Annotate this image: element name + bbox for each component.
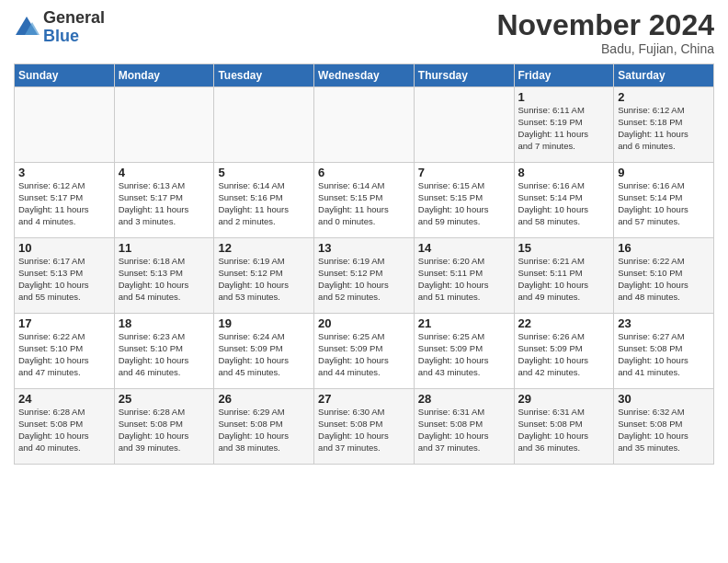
day-number: 24 [18,392,110,406]
day-info: Sunrise: 6:31 AM Sunset: 5:08 PM Dayligh… [418,407,510,454]
calendar-cell: 28Sunrise: 6:31 AM Sunset: 5:08 PM Dayli… [414,389,514,465]
calendar-cell: 11Sunrise: 6:18 AM Sunset: 5:13 PM Dayli… [114,238,214,314]
day-number: 2 [618,90,710,104]
day-number: 10 [18,241,110,255]
day-info: Sunrise: 6:14 AM Sunset: 5:16 PM Dayligh… [218,180,310,227]
day-info: Sunrise: 6:16 AM Sunset: 5:14 PM Dayligh… [518,180,610,227]
calendar-cell: 18Sunrise: 6:23 AM Sunset: 5:10 PM Dayli… [114,314,214,389]
day-number: 14 [418,241,510,255]
calendar-cell: 23Sunrise: 6:27 AM Sunset: 5:08 PM Dayli… [614,314,714,389]
calendar-cell [114,87,214,163]
logo-text: General Blue [43,9,105,46]
calendar-cell: 10Sunrise: 6:17 AM Sunset: 5:13 PM Dayli… [15,238,115,314]
calendar-cell: 7Sunrise: 6:15 AM Sunset: 5:15 PM Daylig… [414,163,514,238]
day-number: 13 [318,241,410,255]
header-sunday: Sunday [15,64,115,87]
day-info: Sunrise: 6:27 AM Sunset: 5:08 PM Dayligh… [618,331,710,378]
day-number: 5 [218,166,310,179]
calendar-cell: 30Sunrise: 6:32 AM Sunset: 5:08 PM Dayli… [614,389,714,465]
calendar-cell: 2Sunrise: 6:12 AM Sunset: 5:18 PM Daylig… [614,87,714,163]
calendar-cell [214,87,314,163]
calendar-cell: 29Sunrise: 6:31 AM Sunset: 5:08 PM Dayli… [514,389,614,465]
day-number: 26 [218,392,310,406]
day-info: Sunrise: 6:19 AM Sunset: 5:12 PM Dayligh… [318,256,410,303]
day-number: 12 [218,241,310,255]
header-saturday: Saturday [614,64,714,87]
day-number: 7 [418,166,510,179]
calendar-week-4: 17Sunrise: 6:22 AM Sunset: 5:10 PM Dayli… [15,314,714,389]
day-info: Sunrise: 6:13 AM Sunset: 5:17 PM Dayligh… [119,180,210,227]
day-info: Sunrise: 6:28 AM Sunset: 5:08 PM Dayligh… [18,407,110,454]
calendar-cell: 22Sunrise: 6:26 AM Sunset: 5:09 PM Dayli… [514,314,614,389]
title-area: November 2024 Badu, Fujian, China [496,9,714,56]
day-info: Sunrise: 6:18 AM Sunset: 5:13 PM Dayligh… [119,256,210,303]
day-info: Sunrise: 6:29 AM Sunset: 5:08 PM Dayligh… [218,407,310,454]
calendar-header-row: SundayMondayTuesdayWednesdayThursdayFrid… [15,64,714,87]
day-info: Sunrise: 6:32 AM Sunset: 5:08 PM Dayligh… [618,407,710,454]
day-number: 8 [518,166,610,179]
day-info: Sunrise: 6:21 AM Sunset: 5:11 PM Dayligh… [518,256,610,303]
day-number: 1 [518,90,610,104]
calendar-table: SundayMondayTuesdayWednesdayThursdayFrid… [14,63,714,465]
calendar-cell: 14Sunrise: 6:20 AM Sunset: 5:11 PM Dayli… [414,238,514,314]
day-number: 21 [418,316,510,330]
calendar-cell: 6Sunrise: 6:14 AM Sunset: 5:15 PM Daylig… [314,163,415,238]
calendar-cell: 12Sunrise: 6:19 AM Sunset: 5:12 PM Dayli… [214,238,314,314]
calendar-week-2: 3Sunrise: 6:12 AM Sunset: 5:17 PM Daylig… [15,163,714,238]
day-info: Sunrise: 6:31 AM Sunset: 5:08 PM Dayligh… [518,407,610,454]
day-info: Sunrise: 6:25 AM Sunset: 5:09 PM Dayligh… [418,331,510,378]
day-number: 22 [518,316,610,330]
logo-blue: Blue [43,28,105,46]
calendar-cell: 9Sunrise: 6:16 AM Sunset: 5:14 PM Daylig… [614,163,714,238]
day-number: 17 [18,316,110,330]
calendar-cell: 1Sunrise: 6:11 AM Sunset: 5:19 PM Daylig… [514,87,614,163]
calendar-cell: 16Sunrise: 6:22 AM Sunset: 5:10 PM Dayli… [614,238,714,314]
calendar-cell: 26Sunrise: 6:29 AM Sunset: 5:08 PM Dayli… [214,389,314,465]
day-number: 15 [518,241,610,255]
header-tuesday: Tuesday [214,64,314,87]
calendar-cell: 15Sunrise: 6:21 AM Sunset: 5:11 PM Dayli… [514,238,614,314]
day-info: Sunrise: 6:20 AM Sunset: 5:11 PM Dayligh… [418,256,510,303]
calendar-week-1: 1Sunrise: 6:11 AM Sunset: 5:19 PM Daylig… [15,87,714,163]
header: General Blue November 2024 Badu, Fujian,… [14,9,714,56]
day-number: 18 [119,316,210,330]
day-info: Sunrise: 6:30 AM Sunset: 5:08 PM Dayligh… [318,407,410,454]
calendar-cell: 3Sunrise: 6:12 AM Sunset: 5:17 PM Daylig… [15,163,115,238]
calendar-week-3: 10Sunrise: 6:17 AM Sunset: 5:13 PM Dayli… [15,238,714,314]
location: Badu, Fujian, China [496,41,714,56]
calendar-cell: 25Sunrise: 6:28 AM Sunset: 5:08 PM Dayli… [114,389,214,465]
day-number: 29 [518,392,610,406]
month-title: November 2024 [496,9,714,41]
day-number: 3 [18,166,110,179]
header-friday: Friday [514,64,614,87]
day-number: 30 [618,392,710,406]
page-container: General Blue November 2024 Badu, Fujian,… [0,0,728,469]
calendar-cell: 27Sunrise: 6:30 AM Sunset: 5:08 PM Dayli… [314,389,415,465]
logo: General Blue [14,9,105,46]
calendar-cell: 19Sunrise: 6:24 AM Sunset: 5:09 PM Dayli… [214,314,314,389]
header-thursday: Thursday [414,64,514,87]
calendar-cell [314,87,415,163]
day-info: Sunrise: 6:22 AM Sunset: 5:10 PM Dayligh… [18,331,110,378]
header-monday: Monday [114,64,214,87]
calendar-cell: 4Sunrise: 6:13 AM Sunset: 5:17 PM Daylig… [114,163,214,238]
day-info: Sunrise: 6:25 AM Sunset: 5:09 PM Dayligh… [318,331,410,378]
calendar-cell: 24Sunrise: 6:28 AM Sunset: 5:08 PM Dayli… [15,389,115,465]
day-info: Sunrise: 6:16 AM Sunset: 5:14 PM Dayligh… [618,180,710,227]
day-number: 11 [119,241,210,255]
day-info: Sunrise: 6:14 AM Sunset: 5:15 PM Dayligh… [318,180,410,227]
header-wednesday: Wednesday [314,64,415,87]
calendar-cell: 5Sunrise: 6:14 AM Sunset: 5:16 PM Daylig… [214,163,314,238]
calendar-cell: 21Sunrise: 6:25 AM Sunset: 5:09 PM Dayli… [414,314,514,389]
day-info: Sunrise: 6:12 AM Sunset: 5:17 PM Dayligh… [18,180,110,227]
day-info: Sunrise: 6:28 AM Sunset: 5:08 PM Dayligh… [119,407,210,454]
day-number: 20 [318,316,410,330]
day-number: 16 [618,241,710,255]
calendar-cell: 8Sunrise: 6:16 AM Sunset: 5:14 PM Daylig… [514,163,614,238]
calendar-week-5: 24Sunrise: 6:28 AM Sunset: 5:08 PM Dayli… [15,389,714,465]
day-number: 6 [318,166,410,179]
day-info: Sunrise: 6:24 AM Sunset: 5:09 PM Dayligh… [218,331,310,378]
calendar-cell: 13Sunrise: 6:19 AM Sunset: 5:12 PM Dayli… [314,238,415,314]
day-info: Sunrise: 6:22 AM Sunset: 5:10 PM Dayligh… [618,256,710,303]
day-number: 19 [218,316,310,330]
